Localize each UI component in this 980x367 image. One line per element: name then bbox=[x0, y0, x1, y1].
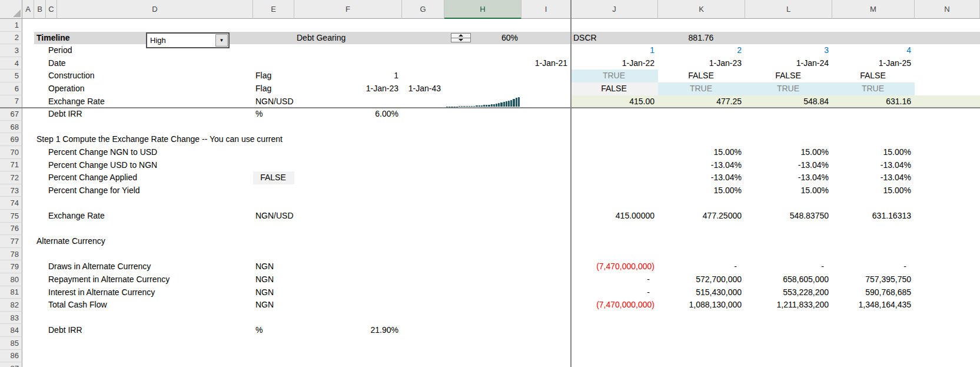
row-header-78[interactable]: 78 bbox=[0, 248, 22, 261]
cell-M71[interactable]: -13.04% bbox=[832, 159, 915, 172]
cell-J79[interactable]: (7,470,000,000) bbox=[571, 260, 658, 273]
row-header-67[interactable]: 67 bbox=[0, 108, 22, 121]
cell-M7[interactable]: 631.16 bbox=[832, 95, 915, 108]
exchange-rate-sparkline[interactable] bbox=[444, 95, 521, 108]
cell-F5[interactable]: 1 bbox=[294, 70, 402, 82]
col-header-N[interactable]: N bbox=[915, 0, 980, 19]
row-header-4[interactable]: 4 bbox=[0, 57, 22, 70]
cell-L75[interactable]: 548.83750 bbox=[745, 210, 832, 223]
row-header-7[interactable]: 7 bbox=[0, 95, 22, 108]
cell-C4[interactable]: Date bbox=[46, 57, 69, 70]
col-header-G[interactable]: G bbox=[402, 0, 444, 19]
cell-B77[interactable]: Alternate Currency bbox=[34, 235, 109, 248]
cell-I4[interactable]: 1-Jan-21 bbox=[521, 57, 571, 70]
cell-L81[interactable]: 553,228,200 bbox=[745, 286, 832, 299]
cell-M3[interactable]: 4 bbox=[832, 44, 915, 57]
cell-L73[interactable]: 15.00% bbox=[745, 184, 832, 197]
row-header-69[interactable]: 69 bbox=[0, 133, 22, 146]
cell-K70[interactable]: 15.00% bbox=[658, 146, 745, 159]
cell-E6[interactable]: Flag bbox=[253, 82, 294, 95]
cell-L72[interactable]: -13.04% bbox=[745, 171, 832, 184]
cell-J7[interactable]: 415.00 bbox=[571, 95, 658, 108]
cell-J5[interactable]: TRUE bbox=[571, 70, 658, 82]
row-header-83[interactable]: 83 bbox=[0, 312, 22, 325]
cell-G6[interactable]: 1-Jan-43 bbox=[402, 82, 444, 95]
row-header-77[interactable]: 77 bbox=[0, 235, 22, 248]
col-header-B[interactable]: B bbox=[34, 0, 46, 19]
row-header-81[interactable]: 81 bbox=[0, 286, 22, 299]
cell-C6[interactable]: Operation bbox=[46, 82, 88, 95]
spinner-down-button[interactable] bbox=[451, 38, 470, 42]
cell-L71[interactable]: -13.04% bbox=[745, 159, 832, 172]
cell-L70[interactable]: 15.00% bbox=[745, 146, 832, 159]
spreadsheet-grid[interactable]: High ▼ ABCDEFGHIJKLMN12TimelineDebt Gear… bbox=[0, 0, 980, 367]
cell-C5[interactable]: Construction bbox=[46, 70, 98, 82]
cell-C73[interactable]: Percent Change for Yield bbox=[46, 184, 144, 197]
row-header-1[interactable]: 1 bbox=[0, 19, 22, 32]
col-header-A[interactable]: A bbox=[22, 0, 34, 19]
cell-K6[interactable]: TRUE bbox=[658, 82, 745, 95]
cell-L80[interactable]: 658,605,000 bbox=[745, 273, 832, 286]
row-header-75[interactable]: 75 bbox=[0, 210, 22, 223]
cell-C71[interactable]: Percent Change USD to NGN bbox=[46, 159, 161, 172]
col-header-D[interactable]: D bbox=[57, 0, 253, 19]
cell-M6[interactable]: TRUE bbox=[832, 82, 915, 95]
cell-J2[interactable]: DSCR bbox=[571, 32, 658, 45]
cell-B69[interactable]: Step 1 Compute the Exchange Rate Change … bbox=[34, 133, 286, 146]
cell-J3[interactable]: 1 bbox=[571, 44, 658, 57]
cell-C81[interactable]: Interest in Alternate Currency bbox=[46, 286, 158, 299]
cell-E80[interactable]: NGN bbox=[253, 273, 294, 286]
row-header-73[interactable]: 73 bbox=[0, 184, 22, 197]
cell-L7[interactable]: 548.84 bbox=[745, 95, 832, 108]
cell-F6[interactable]: 1-Jan-23 bbox=[294, 82, 402, 95]
col-header-C[interactable]: C bbox=[46, 0, 57, 19]
row-header-82[interactable]: 82 bbox=[0, 299, 22, 312]
cell-C70[interactable]: Percent Change NGN to USD bbox=[46, 146, 161, 159]
col-header-F[interactable]: F bbox=[294, 0, 402, 19]
col-header-K[interactable]: K bbox=[658, 0, 745, 19]
col-header-I[interactable]: I bbox=[521, 0, 571, 19]
cell-K5[interactable]: FALSE bbox=[658, 70, 745, 82]
debt-gearing-spinner[interactable] bbox=[451, 33, 471, 42]
row-header-6[interactable]: 6 bbox=[0, 82, 22, 95]
cell-E81[interactable]: NGN bbox=[253, 286, 294, 299]
cell-C79[interactable]: Draws in Alternate Currency bbox=[46, 260, 154, 273]
cell-K4[interactable]: 1-Jan-23 bbox=[658, 57, 745, 70]
row-header-74[interactable]: 74 bbox=[0, 197, 22, 210]
cell-C72[interactable]: Percent Change Applied bbox=[46, 171, 141, 184]
cell-K7[interactable]: 477.25 bbox=[658, 95, 745, 108]
cell-J4[interactable]: 1-Jan-22 bbox=[571, 57, 658, 70]
cell-J82[interactable]: (7,470,000,000) bbox=[571, 299, 658, 312]
cell-M4[interactable]: 1-Jan-25 bbox=[832, 57, 915, 70]
cell-E79[interactable]: NGN bbox=[253, 260, 294, 273]
cell-J75[interactable]: 415.00000 bbox=[571, 210, 658, 223]
cell-E82[interactable]: NGN bbox=[253, 299, 294, 312]
row-header-86[interactable]: 86 bbox=[0, 350, 22, 363]
timeline-scenario-dropdown[interactable]: High ▼ bbox=[146, 32, 230, 48]
cell-C7[interactable]: Exchange Rate bbox=[46, 95, 108, 108]
cell-M72[interactable]: -13.04% bbox=[832, 171, 915, 184]
cell-L4[interactable]: 1-Jan-24 bbox=[745, 57, 832, 70]
spinner-up-button[interactable] bbox=[451, 34, 470, 38]
cell-M80[interactable]: 757,395,750 bbox=[832, 273, 915, 286]
cell-C80[interactable]: Repayment in Alternate Currency bbox=[46, 273, 173, 286]
select-all-corner[interactable] bbox=[0, 0, 22, 19]
cell-M81[interactable]: 590,768,685 bbox=[832, 286, 915, 299]
cell-F67[interactable]: 6.00% bbox=[294, 108, 402, 121]
cell-K72[interactable]: -13.04% bbox=[658, 171, 745, 184]
cell-K81[interactable]: 515,430,000 bbox=[658, 286, 745, 299]
row-header-76[interactable]: 76 bbox=[0, 223, 22, 236]
row-header-2[interactable]: 2 bbox=[0, 32, 22, 45]
row-header-84[interactable]: 84 bbox=[0, 324, 22, 337]
col-header-E[interactable]: E bbox=[253, 0, 294, 19]
cell-K80[interactable]: 572,700,000 bbox=[658, 273, 745, 286]
cell-C84[interactable]: Debt IRR bbox=[46, 324, 86, 337]
cell-C82[interactable]: Total Cash Flow bbox=[46, 299, 111, 312]
cell-L5[interactable]: FALSE bbox=[745, 70, 832, 82]
cell-F84[interactable]: 21.90% bbox=[294, 324, 402, 337]
cell-M75[interactable]: 631.16313 bbox=[832, 210, 915, 223]
row-header-70[interactable]: 70 bbox=[0, 146, 22, 159]
cell-B2[interactable]: Timeline bbox=[34, 32, 74, 45]
col-header-J[interactable]: J bbox=[571, 0, 658, 19]
row-header-68[interactable]: 68 bbox=[0, 121, 22, 134]
